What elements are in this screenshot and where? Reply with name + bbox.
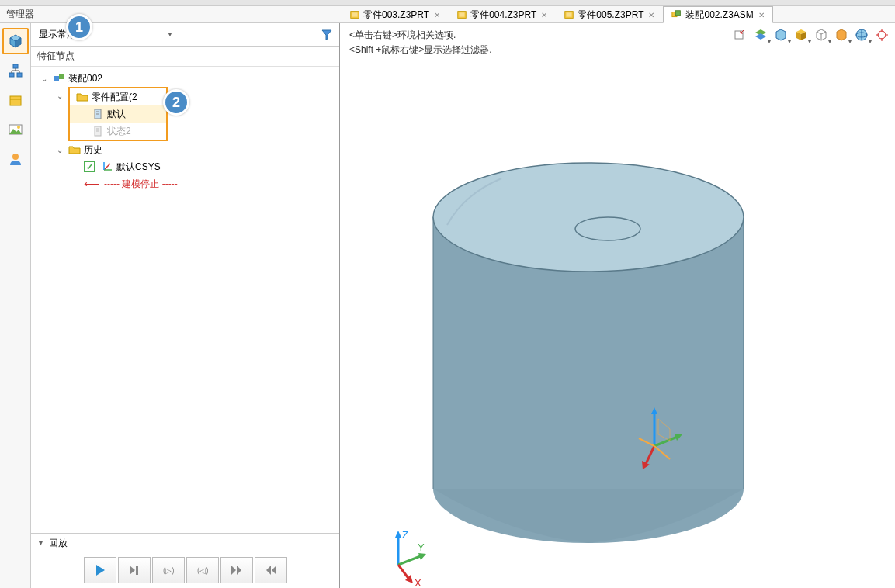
svg-rect-18: [10, 96, 21, 105]
svg-rect-13: [17, 73, 22, 77]
tree-csys-item[interactable]: 默认CSYS: [31, 158, 339, 175]
visibility-checkbox[interactable]: [84, 161, 95, 172]
tree-history-folder[interactable]: ⌄ 历史: [31, 141, 339, 158]
part-icon: [564, 9, 574, 20]
feature-tree: ⌄ 装配002 ⌄ 零件配置(2 默认 状态2: [31, 67, 339, 533]
folder-icon: [76, 91, 88, 103]
svg-rect-11: [13, 64, 18, 68]
display-mode-dropdown[interactable]: 显示常用: [34, 26, 178, 43]
collapse-icon[interactable]: ⌄: [54, 146, 65, 154]
part-icon: [456, 9, 467, 20]
svg-marker-47: [776, 29, 786, 40]
tree-label: 历史: [84, 144, 102, 157]
svg-marker-41: [237, 566, 241, 575]
axis-y-label: Y: [418, 541, 425, 553]
tree-label: 状态2: [107, 125, 131, 138]
svg-rect-37: [136, 566, 138, 575]
wireframe-icon: [814, 28, 828, 42]
config-item-state2[interactable]: 状态2: [70, 123, 166, 140]
shaded-button[interactable]: [833, 26, 850, 43]
svg-rect-3: [460, 12, 465, 16]
close-icon[interactable]: ✕: [434, 11, 440, 19]
collapse-icon[interactable]: ⌄: [39, 74, 50, 83]
tab-part003[interactable]: 零件003.Z3PRT ✕: [342, 6, 449, 23]
wireframe-button[interactable]: [813, 26, 830, 43]
filter-button[interactable]: [317, 26, 336, 44]
tree-label: 零件配置(2: [92, 91, 137, 104]
skip-back-button[interactable]: [255, 557, 287, 583]
skip-forward-button[interactable]: [220, 557, 253, 583]
stop-text: ----- 建模停止 -----: [104, 178, 178, 191]
modeling-stop-marker: ⟵ ----- 建模停止 -----: [31, 175, 339, 192]
image-button[interactable]: [2, 116, 29, 143]
tab-part005[interactable]: 零件005.Z3PRT ✕: [556, 6, 663, 23]
display-mode-button[interactable]: [772, 26, 789, 43]
config-highlight-box: 零件配置(2 默认 状态2: [68, 87, 168, 141]
tab-label: 零件003.Z3PRT: [363, 9, 429, 22]
svg-rect-12: [9, 73, 14, 77]
hex-icon: [834, 28, 848, 42]
config-item-default[interactable]: 默认: [70, 105, 166, 123]
tab-label: 装配002.Z3ASM: [685, 9, 753, 22]
collapse-icon[interactable]: ⌄: [54, 92, 65, 100]
folder-icon: [68, 144, 81, 156]
hint-line-1: <单击右键>环境相关选项.: [349, 28, 492, 43]
hierarchy-button[interactable]: [2, 57, 29, 84]
svg-line-72: [645, 446, 654, 465]
fast-forward-button[interactable]: (▷): [152, 557, 185, 583]
globe-icon: [855, 28, 869, 42]
import-button[interactable]: [732, 26, 749, 43]
layers-icon: [754, 28, 768, 42]
part-icon: [349, 9, 360, 20]
play-button[interactable]: [84, 557, 116, 583]
import-icon: [734, 28, 748, 42]
3d-viewport[interactable]: <单击右键>环境相关选项. <Shift +鼠标右键>显示选择过滤器.: [340, 23, 895, 588]
svg-line-70: [654, 436, 679, 446]
close-icon[interactable]: ✕: [758, 11, 765, 19]
svg-rect-1: [352, 12, 358, 16]
target-button[interactable]: [873, 26, 890, 43]
callout-badge-1: 1: [66, 14, 92, 40]
assembly-icon: [671, 9, 682, 20]
close-icon[interactable]: ✕: [648, 11, 654, 19]
config-icon: [92, 108, 104, 120]
layers-button[interactable]: [752, 26, 769, 43]
step-forward-button[interactable]: [118, 557, 151, 583]
box-button[interactable]: [2, 87, 29, 113]
svg-marker-78: [395, 531, 401, 538]
hierarchy-icon: [8, 63, 23, 78]
axis-x-label: X: [415, 577, 421, 588]
tree-root-assembly[interactable]: ⌄ 装配002: [31, 70, 339, 87]
viewport-axis-indicator: Z Y X: [379, 526, 425, 572]
svg-marker-43: [266, 566, 271, 575]
svg-text:(▷): (▷): [163, 566, 175, 575]
feature-tree-button[interactable]: [2, 28, 29, 54]
tab-assembly002[interactable]: 装配002.Z3ASM ✕: [663, 6, 772, 23]
tree-config-folder[interactable]: 零件配置(2: [70, 88, 166, 105]
svg-point-66: [433, 163, 744, 272]
arrow-left-icon: ⟵: [84, 178, 99, 190]
manager-title: 管理器: [0, 6, 40, 22]
hint-line-2: <Shift +鼠标右键>显示选择过滤器.: [349, 43, 492, 57]
left-icon-toolbar: [0, 23, 31, 588]
view-orientation-button[interactable]: [793, 26, 810, 43]
tab-label: 零件004.Z3PRT: [470, 9, 536, 22]
svg-line-79: [398, 555, 422, 565]
user-button[interactable]: [2, 146, 29, 172]
svg-line-32: [104, 164, 110, 170]
globe-button[interactable]: [853, 26, 870, 43]
skip-forward-icon: [230, 563, 244, 577]
callout-badge-2: 2: [163, 89, 189, 116]
cube-solid-icon: [794, 28, 808, 42]
cylinder-model[interactable]: [418, 124, 759, 559]
svg-line-53: [821, 32, 826, 34]
svg-marker-71: [675, 434, 682, 441]
svg-marker-42: [272, 566, 276, 575]
tab-part004[interactable]: 零件004.Z3PRT ✕: [449, 6, 556, 23]
close-icon[interactable]: ✕: [541, 11, 547, 19]
cube-wire-icon: [774, 28, 788, 42]
playback-section-header[interactable]: 回放: [31, 534, 339, 552]
svg-point-22: [17, 126, 20, 129]
rewind-loop-button[interactable]: (◁): [186, 557, 219, 583]
cube-icon: [7, 33, 24, 50]
